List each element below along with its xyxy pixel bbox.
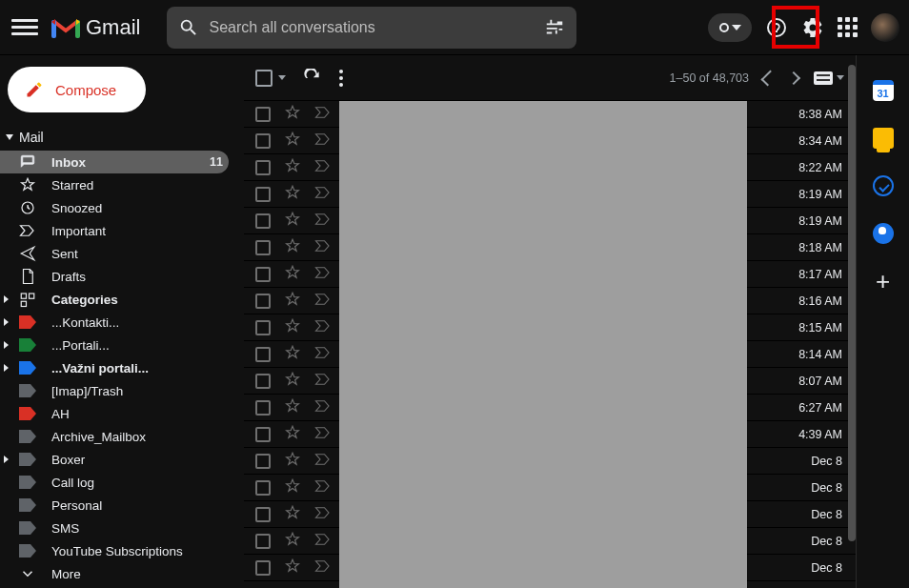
nav-item-youtube_subs[interactable]: YouTube Subscriptions: [0, 539, 229, 562]
account-avatar[interactable]: [871, 13, 899, 42]
row-checkbox[interactable]: [255, 294, 271, 309]
star-toggle[interactable]: [284, 237, 301, 257]
star-toggle[interactable]: [284, 477, 301, 497]
nav-item-call_log[interactable]: Call log: [0, 471, 229, 494]
row-checkbox[interactable]: [255, 454, 271, 469]
importance-toggle[interactable]: [314, 453, 332, 469]
nav-item-boxer[interactable]: Boxer: [0, 448, 229, 471]
star-toggle[interactable]: [284, 371, 301, 391]
row-checkbox[interactable]: [255, 133, 271, 149]
row-checkbox[interactable]: [255, 400, 271, 416]
row-checkbox[interactable]: [255, 480, 271, 496]
scrollbar[interactable]: [848, 65, 856, 541]
star-toggle[interactable]: [284, 264, 301, 284]
row-checkbox[interactable]: [255, 534, 271, 549]
row-checkbox[interactable]: [255, 427, 271, 442]
compose-button[interactable]: Compose: [8, 67, 146, 112]
row-time: Dec 8: [811, 561, 844, 575]
importance-toggle[interactable]: [314, 213, 332, 229]
star-toggle[interactable]: [284, 157, 301, 177]
star-toggle[interactable]: [284, 104, 301, 124]
row-checkbox[interactable]: [255, 267, 271, 282]
star-toggle[interactable]: [284, 291, 301, 311]
keep-addon[interactable]: [873, 128, 894, 149]
importance-toggle[interactable]: [314, 346, 332, 362]
nav-item-important[interactable]: Important: [0, 219, 229, 242]
row-checkbox[interactable]: [255, 240, 271, 255]
nav-item-starred[interactable]: Starred: [0, 173, 229, 196]
importance-toggle[interactable]: [314, 399, 332, 416]
tasks-addon[interactable]: [873, 175, 894, 196]
importance-toggle[interactable]: [314, 319, 332, 335]
nav-item-portali[interactable]: ...Portali...: [0, 334, 229, 356]
mail-section-header[interactable]: Mail: [0, 126, 244, 151]
star-toggle[interactable]: [284, 211, 301, 231]
nav-item-snoozed[interactable]: Snoozed: [0, 196, 229, 219]
star-toggle[interactable]: [284, 397, 301, 417]
row-checkbox[interactable]: [255, 560, 271, 576]
nav-item-sms[interactable]: SMS: [0, 517, 229, 539]
star-toggle[interactable]: [284, 184, 301, 204]
nav-item-kontakti[interactable]: ...Kontakti...: [0, 311, 229, 334]
nav-item-categories[interactable]: Categories: [0, 288, 229, 311]
row-checkbox[interactable]: [255, 347, 271, 362]
row-checkbox[interactable]: [255, 374, 271, 389]
gmail-logo[interactable]: Gmail: [51, 15, 140, 40]
star-toggle[interactable]: [284, 424, 301, 444]
importance-toggle[interactable]: [314, 373, 332, 389]
nav-item-ah[interactable]: AH: [0, 402, 229, 425]
nav-item-imap_trash[interactable]: [Imap]/Trash: [0, 379, 229, 402]
importance-toggle[interactable]: [314, 132, 332, 149]
star-toggle[interactable]: [284, 558, 301, 578]
importance-toggle[interactable]: [314, 533, 332, 549]
star-toggle[interactable]: [284, 504, 301, 524]
nav-item-sent[interactable]: Sent: [0, 242, 229, 265]
refresh-button[interactable]: [303, 69, 322, 88]
get-addons-button[interactable]: +: [873, 271, 894, 292]
nav-item-more[interactable]: More: [0, 562, 229, 585]
calendar-addon[interactable]: 31: [873, 80, 894, 101]
main-menu-button[interactable]: [11, 14, 38, 41]
nav-item-vazni[interactable]: ...Važni portali...: [0, 356, 229, 379]
importance-toggle[interactable]: [314, 186, 332, 202]
search-icon[interactable]: [178, 17, 199, 38]
importance-toggle[interactable]: [314, 506, 332, 522]
row-checkbox[interactable]: [255, 187, 271, 202]
contacts-addon[interactable]: [873, 223, 894, 244]
row-checkbox[interactable]: [255, 160, 271, 175]
importance-toggle[interactable]: [314, 559, 332, 576]
star-toggle[interactable]: [284, 131, 301, 151]
select-all-checkbox[interactable]: [255, 70, 273, 87]
row-checkbox[interactable]: [255, 107, 271, 122]
support-button[interactable]: [765, 16, 788, 39]
star-toggle[interactable]: [284, 451, 301, 471]
search-options-icon[interactable]: [544, 17, 565, 38]
svg-rect-5: [21, 301, 26, 306]
star-toggle[interactable]: [284, 531, 301, 551]
importance-toggle[interactable]: [314, 266, 332, 282]
importance-toggle[interactable]: [314, 159, 332, 175]
nav-item-drafts[interactable]: Drafts: [0, 265, 229, 288]
star-toggle[interactable]: [284, 317, 301, 337]
star-toggle[interactable]: [284, 344, 301, 364]
nav-item-inbox[interactable]: Inbox11: [0, 151, 229, 173]
more-button[interactable]: [339, 70, 343, 87]
nav-item-personal[interactable]: Personal: [0, 494, 229, 517]
importance-toggle[interactable]: [314, 293, 332, 309]
importance-toggle[interactable]: [314, 479, 332, 496]
newer-button[interactable]: [761, 70, 778, 86]
importance-toggle[interactable]: [314, 106, 332, 122]
importance-toggle[interactable]: [314, 426, 332, 442]
chat-status-button[interactable]: [708, 13, 752, 42]
nav-item-archive_mailbox[interactable]: Archive_Mailbox: [0, 425, 229, 448]
settings-button[interactable]: [801, 16, 824, 39]
row-checkbox[interactable]: [255, 320, 271, 335]
input-tools-button[interactable]: [814, 71, 844, 85]
older-button[interactable]: [787, 71, 800, 84]
google-apps-button[interactable]: [838, 17, 858, 37]
select-dropdown[interactable]: [278, 75, 286, 80]
row-checkbox[interactable]: [255, 213, 271, 229]
row-checkbox[interactable]: [255, 507, 271, 522]
importance-toggle[interactable]: [314, 239, 332, 255]
search-input[interactable]: [209, 19, 535, 36]
